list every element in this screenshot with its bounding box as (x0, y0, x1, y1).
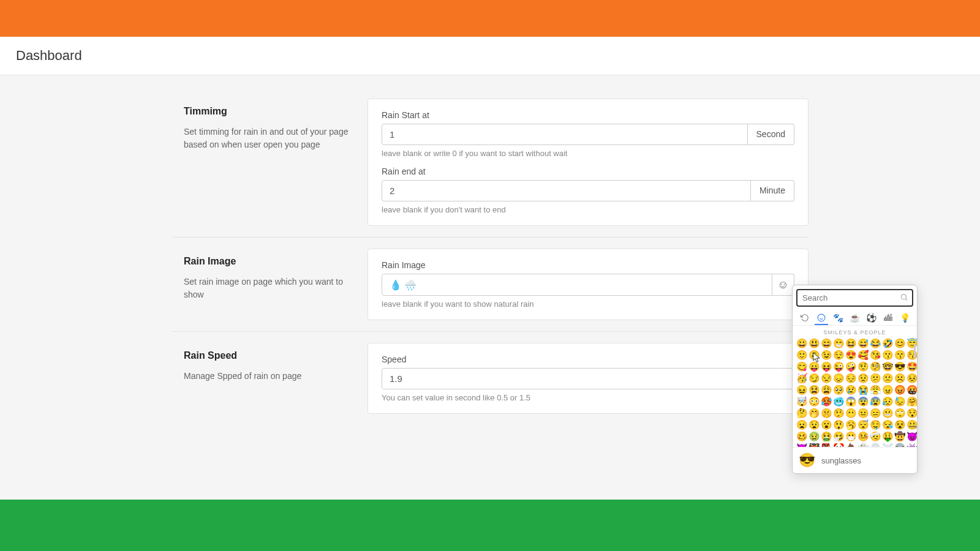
emoji-cell[interactable]: 😜 (833, 361, 845, 372)
emoji-cell[interactable]: 😛 (809, 361, 820, 372)
emoji-cell[interactable]: 🥴 (796, 431, 808, 442)
emoji-cell[interactable]: 🙂 (796, 350, 808, 361)
emoji-cell[interactable]: 😶 (845, 408, 857, 419)
emoji-cell[interactable]: 😓 (894, 396, 906, 407)
emoji-cell[interactable]: 😙 (894, 350, 906, 361)
emoji-cell[interactable]: 😳 (809, 396, 820, 407)
emoji-cell[interactable]: 😉 (821, 350, 832, 361)
emoji-cell[interactable]: 🤔 (796, 408, 808, 419)
emoji-cell[interactable]: 😣 (907, 373, 917, 384)
emoji-cell[interactable]: 👿 (796, 443, 808, 447)
emoji-cell[interactable]: 😲 (833, 419, 845, 430)
emoji-cell[interactable]: 🤡 (833, 443, 845, 447)
emoji-tab-recent[interactable] (798, 312, 812, 325)
emoji-cell[interactable]: 👾 (907, 443, 917, 447)
emoji-cell[interactable]: 🥱 (845, 419, 857, 430)
emoji-cell[interactable]: 🥵 (821, 396, 832, 407)
emoji-cell[interactable]: 😎 (894, 361, 906, 372)
emoji-tab-activity[interactable]: ⚽ (865, 312, 878, 325)
emoji-cell[interactable]: 😖 (796, 384, 808, 395)
emoji-cell[interactable]: 😫 (809, 384, 820, 395)
emoji-cell[interactable]: 😴 (858, 419, 869, 430)
emoji-cell[interactable]: 😠 (882, 384, 894, 395)
emoji-cell[interactable]: 😞 (833, 373, 845, 384)
emoji-cell[interactable]: 🙃 (809, 350, 820, 361)
emoji-cell[interactable]: 😀 (796, 338, 808, 349)
emoji-cell[interactable]: 🤨 (858, 361, 869, 372)
emoji-picker-button[interactable]: ☺ (772, 274, 794, 296)
emoji-cell[interactable]: 😩 (821, 384, 832, 395)
emoji-cell[interactable]: 💩 (845, 443, 857, 447)
emoji-cell[interactable]: 😂 (870, 338, 881, 349)
emoji-cell[interactable]: 🤧 (833, 431, 845, 442)
emoji-cell[interactable]: 😗 (882, 350, 894, 361)
emoji-cell[interactable]: 😊 (894, 338, 906, 349)
emoji-cell[interactable]: 😟 (858, 373, 869, 384)
emoji-tab-food[interactable]: ☕ (848, 312, 861, 325)
emoji-cell[interactable]: 😝 (821, 361, 832, 372)
emoji-cell[interactable]: 👺 (821, 443, 832, 447)
emoji-cell[interactable]: 🤕 (870, 431, 881, 442)
emoji-cell[interactable]: 😄 (821, 338, 832, 349)
rain-start-input[interactable] (382, 124, 748, 145)
emoji-cell[interactable]: 😋 (796, 361, 808, 372)
emoji-cell[interactable]: 🤓 (882, 361, 894, 372)
emoji-cell[interactable]: 🤩 (907, 361, 917, 372)
emoji-search-input[interactable] (796, 289, 913, 307)
emoji-cell[interactable]: 💀 (870, 443, 881, 447)
emoji-cell[interactable]: 😆 (845, 338, 857, 349)
emoji-cell[interactable]: 🤯 (796, 396, 808, 407)
emoji-cell[interactable]: 👻 (858, 443, 869, 447)
emoji-cell[interactable]: 🥺 (833, 384, 845, 395)
emoji-cell[interactable]: 😧 (809, 419, 820, 430)
emoji-tab-objects[interactable]: 💡 (898, 312, 911, 325)
emoji-cell[interactable]: 😘 (870, 350, 881, 361)
emoji-cell[interactable]: 🤣 (882, 338, 894, 349)
emoji-cell[interactable]: 🤮 (821, 431, 832, 442)
emoji-cell[interactable]: 🤗 (907, 396, 917, 407)
emoji-cell[interactable]: 🤒 (858, 431, 869, 442)
emoji-cell[interactable]: 🙁 (882, 373, 894, 384)
emoji-cell[interactable]: 😐 (858, 408, 869, 419)
emoji-cell[interactable]: 🙄 (894, 408, 906, 419)
emoji-cell[interactable]: 🤪 (845, 361, 857, 372)
emoji-cell[interactable]: 🤬 (907, 384, 917, 395)
emoji-cell[interactable]: 😒 (821, 373, 832, 384)
emoji-cell[interactable]: 😮 (821, 419, 832, 430)
emoji-cell[interactable]: 🧐 (870, 361, 881, 372)
emoji-cell[interactable]: 😯 (907, 408, 917, 419)
emoji-cell[interactable]: 😱 (845, 396, 857, 407)
emoji-cell[interactable]: 😪 (882, 419, 894, 430)
emoji-cell[interactable]: 👹 (809, 443, 820, 447)
emoji-tab-animals[interactable]: 🐾 (831, 312, 845, 325)
emoji-cell[interactable]: 😤 (870, 384, 881, 395)
emoji-cell[interactable]: 🤭 (809, 408, 820, 419)
emoji-cell[interactable]: 😦 (796, 419, 808, 430)
rain-end-input[interactable] (382, 180, 751, 201)
emoji-cell[interactable]: 😷 (845, 431, 857, 442)
emoji-cell[interactable]: 😍 (845, 350, 857, 361)
emoji-cell[interactable]: 🥰 (858, 350, 869, 361)
emoji-cell[interactable]: 👽 (894, 443, 906, 447)
emoji-cell[interactable]: 🤥 (833, 408, 845, 419)
emoji-cell[interactable]: 🤠 (894, 431, 906, 442)
emoji-cell[interactable]: 🤫 (821, 408, 832, 419)
emoji-cell[interactable]: 😥 (882, 396, 894, 407)
emoji-cell[interactable]: 😵 (894, 419, 906, 430)
emoji-cell[interactable]: 😨 (858, 396, 869, 407)
emoji-cell[interactable]: 😕 (870, 373, 881, 384)
emoji-cell[interactable]: 😡 (894, 384, 906, 395)
emoji-cell[interactable]: 🤐 (907, 419, 917, 430)
emoji-cell[interactable]: 🤢 (809, 431, 820, 442)
emoji-cell[interactable]: 😭 (858, 384, 869, 395)
emoji-cell[interactable]: 🤑 (882, 431, 894, 442)
emoji-cell[interactable]: 😁 (833, 338, 845, 349)
emoji-cell[interactable]: ☠️ (882, 443, 894, 447)
emoji-cell[interactable]: 🥶 (833, 396, 845, 407)
emoji-cell[interactable]: 😢 (845, 384, 857, 395)
emoji-cell[interactable]: ☹️ (894, 373, 906, 384)
emoji-cell[interactable]: 😈 (907, 431, 917, 442)
emoji-scrollbar[interactable] (914, 344, 916, 358)
emoji-cell[interactable]: 😏 (809, 373, 820, 384)
emoji-cell[interactable]: 😰 (870, 396, 881, 407)
